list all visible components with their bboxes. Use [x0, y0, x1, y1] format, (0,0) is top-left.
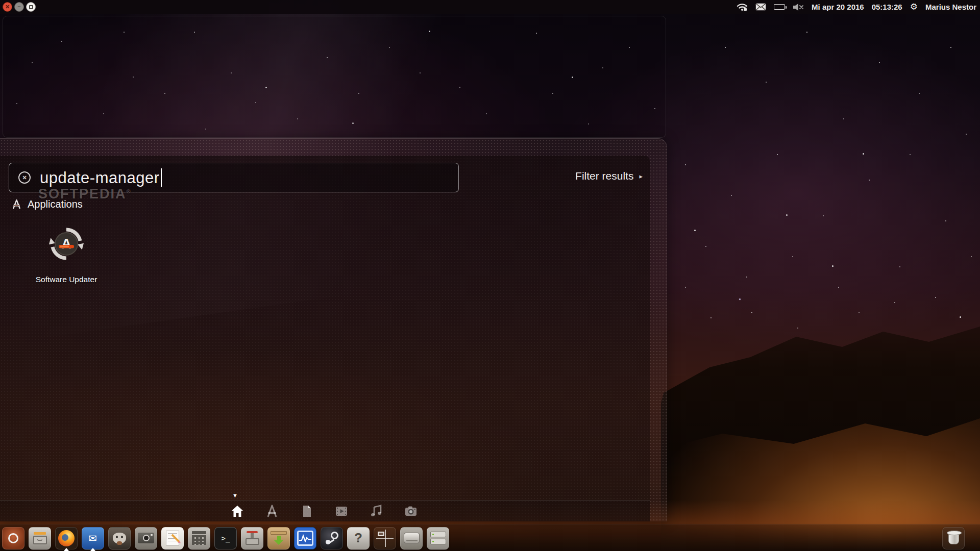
launcher-ubuntu-dash[interactable] [2, 527, 24, 549]
clock-date[interactable]: Mi apr 20 2016 [812, 3, 864, 11]
category-label: Applications [28, 198, 83, 210]
desktop: ✕ − [0, 0, 980, 551]
lens-home-icon[interactable] [231, 505, 244, 518]
lens-music-icon[interactable] [370, 505, 383, 518]
download-arrow-icon [274, 540, 283, 545]
launcher-calculator[interactable] [188, 527, 210, 549]
filter-results-button[interactable]: Filter results ▸ [575, 170, 643, 182]
dash-panel: ✕ update-manager Filter results ▸ SOFTPE… [0, 138, 667, 521]
indicator-area: Mi apr 20 2016 05:13:26 ⚙ Marius Nestor [737, 2, 980, 12]
battery-icon[interactable] [774, 4, 785, 10]
launcher-software-center[interactable] [267, 527, 290, 549]
launcher-server-stack[interactable] [427, 527, 449, 549]
launcher-firefox[interactable] [55, 527, 78, 549]
terminal-icon: >_ [222, 534, 230, 542]
launcher-camera[interactable] [135, 527, 157, 549]
clock-time[interactable]: 05:13:26 [872, 3, 902, 11]
result-label: Software Updater [36, 275, 97, 284]
workspace-icon [378, 532, 384, 536]
steam-icon [331, 532, 338, 539]
window-controls: ✕ − [0, 2, 36, 12]
running-indicator-thunderbird [90, 548, 95, 551]
search-text: update-manager [40, 168, 162, 187]
launcher-dock: ✉ >_ [0, 524, 980, 551]
package-installer-icon [246, 538, 259, 545]
network-icon[interactable] [737, 3, 748, 12]
lens-applications-icon[interactable] [265, 505, 279, 518]
launcher-hard-disk[interactable] [400, 527, 423, 549]
help-icon: ? [354, 530, 362, 546]
software-updater-icon: A [49, 227, 84, 261]
chevron-right-icon: ▸ [639, 172, 643, 180]
calculator-icon [192, 535, 206, 545]
launcher-gimp[interactable] [108, 527, 131, 549]
lens-bar: ▼ [0, 500, 650, 521]
top-panel: ✕ − [0, 0, 980, 14]
dash-collapse-caret[interactable]: ▼ [232, 493, 238, 498]
applications-lens-icon [11, 199, 22, 210]
text-cursor [161, 168, 162, 187]
launcher-help[interactable]: ? [347, 527, 370, 549]
close-button[interactable]: ✕ [3, 2, 12, 12]
thunderbird-icon: ✉ [89, 532, 97, 544]
dash-content: ✕ update-manager Filter results ▸ SOFTPE… [0, 156, 650, 521]
volume-muted-icon[interactable] [793, 3, 804, 11]
running-indicator-firefox [64, 548, 69, 551]
trash-icon [948, 532, 959, 544]
server-stack-icon [430, 539, 446, 544]
lens-videos-icon[interactable] [335, 505, 348, 518]
ubuntu-logo-icon [8, 533, 18, 543]
launcher-terminal[interactable]: >_ [214, 527, 237, 549]
search-input[interactable]: ✕ update-manager [9, 163, 459, 192]
hard-disk-icon [404, 533, 420, 543]
mail-icon[interactable] [755, 3, 766, 11]
launcher-trash[interactable] [942, 527, 965, 549]
firefox-icon [58, 530, 75, 546]
launcher-workspace-switcher[interactable] [374, 527, 396, 549]
launcher-steam[interactable] [321, 527, 343, 549]
maximize-button[interactable] [26, 2, 36, 12]
launcher-system-monitor[interactable] [294, 527, 316, 549]
session-gear-icon[interactable]: ⚙ [910, 2, 918, 12]
minimize-button[interactable]: − [14, 2, 24, 12]
dash-backdrop-outline [3, 16, 666, 138]
launcher-files[interactable] [29, 527, 51, 549]
launcher-thunderbird[interactable]: ✉ [82, 527, 104, 549]
result-software-updater[interactable]: A Software Updater [26, 227, 107, 284]
launcher-text-editor[interactable] [161, 527, 184, 549]
system-monitor-icon [297, 531, 313, 546]
camera-icon [138, 533, 154, 543]
lens-files-icon[interactable] [300, 505, 313, 518]
gimp-icon [113, 533, 126, 544]
filter-results-label: Filter results [575, 170, 633, 182]
svg-text:A: A [61, 236, 71, 252]
applications-category-header: Applications [11, 198, 83, 210]
username[interactable]: Marius Nestor [925, 3, 976, 11]
clear-search-icon[interactable]: ✕ [18, 171, 31, 184]
lens-photos-icon[interactable] [404, 505, 418, 518]
text-editor-icon [166, 531, 179, 546]
launcher-package-installer[interactable] [241, 527, 263, 549]
